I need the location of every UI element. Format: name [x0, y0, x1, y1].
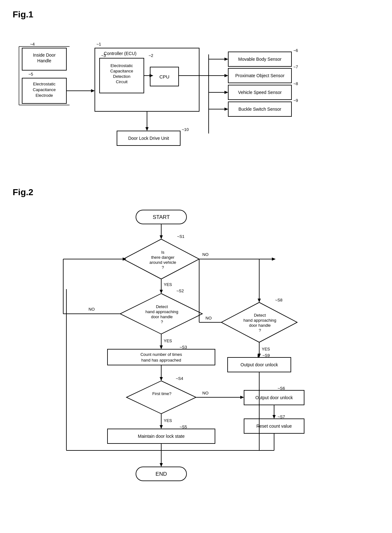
fig1-section: Fig.1 Inside Door Handle ~4 Electrostati…	[13, 9, 379, 168]
svg-text:NO: NO	[202, 391, 209, 395]
svg-marker-82	[160, 345, 163, 349]
svg-text:YES: YES	[164, 338, 172, 343]
svg-text:YES: YES	[262, 347, 270, 351]
svg-marker-115	[160, 463, 163, 467]
svg-text:YES: YES	[164, 282, 172, 287]
svg-text:~S3: ~S3	[180, 345, 187, 350]
svg-text:Output door unlock: Output door unlock	[255, 395, 293, 400]
svg-text:Detection: Detection	[113, 74, 131, 79]
svg-text:Capacitance: Capacitance	[33, 87, 56, 92]
svg-text:~10: ~10	[182, 127, 189, 132]
svg-marker-13	[91, 89, 95, 92]
svg-text:~8: ~8	[293, 81, 298, 86]
svg-text:~1: ~1	[96, 42, 101, 46]
svg-text:~S2: ~S2	[176, 288, 184, 293]
svg-text:hand approaching: hand approaching	[145, 309, 178, 314]
svg-text:Detect: Detect	[254, 313, 266, 318]
svg-text:~7: ~7	[293, 65, 298, 69]
svg-text:~S9: ~S9	[262, 353, 270, 358]
svg-text:Electrode: Electrode	[36, 93, 53, 98]
svg-text:door handle: door handle	[249, 323, 271, 328]
svg-marker-58	[160, 235, 163, 239]
svg-text:Inside Door: Inside Door	[33, 53, 56, 58]
svg-marker-89	[160, 377, 163, 381]
svg-text:Handle: Handle	[37, 58, 52, 63]
svg-text:~S4: ~S4	[176, 376, 183, 381]
svg-text:Door Lock Drive Unit: Door Lock Drive Unit	[128, 136, 169, 141]
fig1-label: Fig.1	[13, 9, 379, 20]
svg-text:~5: ~5	[28, 72, 33, 77]
svg-text:Vehicle Speed Sensor: Vehicle Speed Sensor	[238, 90, 282, 95]
svg-rect-84	[107, 349, 215, 365]
svg-text:~S6: ~S6	[278, 386, 285, 391]
svg-text:Electrostatic: Electrostatic	[111, 63, 133, 68]
svg-marker-105	[160, 425, 163, 429]
svg-marker-31	[224, 58, 228, 61]
svg-text:Maintain door lock state: Maintain door lock state	[138, 434, 185, 439]
svg-text:~S1: ~S1	[177, 234, 185, 239]
svg-text:YES: YES	[164, 418, 172, 423]
svg-text:Count number of times: Count number of times	[140, 352, 182, 357]
svg-text:hand approaching: hand approaching	[243, 318, 276, 323]
fig2-section: Fig.2 START Is there danger around vehic…	[13, 187, 379, 533]
svg-text:Capacitance: Capacitance	[110, 69, 133, 73]
svg-text:?: ?	[259, 328, 261, 333]
svg-text:NO: NO	[202, 252, 209, 257]
svg-text:Output door unlock: Output door unlock	[241, 362, 278, 367]
svg-text:?: ?	[161, 319, 163, 324]
svg-marker-36	[224, 74, 228, 77]
svg-text:Controller (ECU): Controller (ECU)	[104, 51, 136, 56]
svg-text:Buckle Switch Sensor: Buckle Switch Sensor	[238, 107, 281, 112]
svg-text:NO: NO	[205, 316, 212, 320]
svg-text:START: START	[153, 214, 170, 220]
svg-marker-121	[258, 299, 261, 302]
svg-text:~3: ~3	[101, 53, 106, 58]
svg-text:Proximate Object Sensor: Proximate Object Sensor	[235, 73, 285, 78]
svg-text:there danger: there danger	[151, 255, 175, 260]
svg-text:NO: NO	[89, 307, 95, 312]
svg-text:?: ?	[162, 265, 164, 270]
svg-text:~9: ~9	[293, 98, 298, 103]
svg-text:~6: ~6	[293, 48, 298, 53]
svg-marker-90	[126, 381, 196, 414]
svg-text:Is: Is	[161, 250, 165, 255]
svg-text:Reset count value: Reset count value	[256, 424, 292, 429]
svg-text:~2: ~2	[149, 53, 153, 58]
svg-text:First time?: First time?	[152, 391, 172, 396]
svg-marker-41	[224, 91, 228, 94]
svg-text:Movable Body Sensor: Movable Body Sensor	[238, 57, 282, 62]
svg-text:Detect: Detect	[156, 304, 168, 309]
svg-text:Electrostatic: Electrostatic	[33, 82, 56, 86]
svg-marker-100	[273, 415, 276, 419]
svg-marker-46	[224, 108, 228, 111]
svg-text:around vehicle: around vehicle	[150, 260, 176, 265]
svg-marker-68	[160, 290, 163, 294]
svg-marker-119	[272, 257, 276, 261]
svg-marker-94	[240, 396, 244, 399]
svg-text:~S5: ~S5	[180, 425, 187, 429]
svg-text:Circuit: Circuit	[116, 79, 128, 84]
svg-text:CPU: CPU	[159, 74, 169, 79]
svg-text:END: END	[156, 471, 167, 477]
svg-marker-51	[145, 127, 149, 131]
fig2-label: Fig.2	[13, 187, 379, 197]
svg-text:~S7: ~S7	[278, 414, 285, 419]
svg-text:~4: ~4	[30, 42, 35, 46]
svg-text:door handle: door handle	[151, 314, 173, 319]
svg-text:~S8: ~S8	[275, 298, 283, 302]
svg-text:hand has approached: hand has approached	[141, 358, 181, 363]
